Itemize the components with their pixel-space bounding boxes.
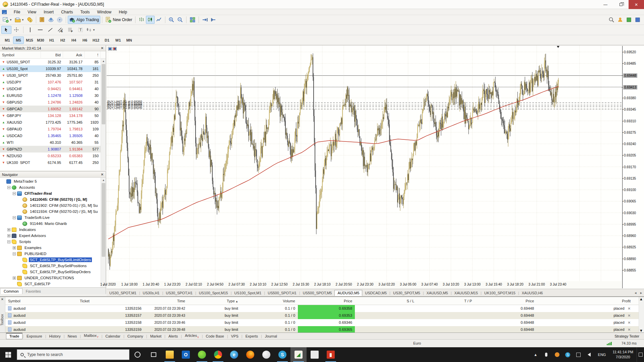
market-watch-row-usdjpy[interactable]: ▲USDJPY107.476107.50731 (0, 79, 106, 85)
chart-tab-us30-spot-m5[interactable]: US30_SPOT,M5 (390, 290, 423, 296)
toolbox-tab-codebase[interactable]: Code Base (203, 334, 227, 339)
timeframe-m5-button[interactable]: M5 (13, 37, 24, 44)
chart-price-axis[interactable]: 0.695200.694850.694480.694130.693800.693… (622, 46, 644, 288)
market-watch-row-us30_spot[interactable]: ▼US30_SPOT25749.3025751.80250 (0, 72, 106, 79)
chart-tab-uk100-spot-m15[interactable]: UK100_SPOT,M15 (482, 290, 518, 296)
toolbox-tab-mailbox[interactable]: Mailbox7 (81, 333, 101, 339)
chart-tab-us100-spot-m1[interactable]: US100_Spot,M1 (232, 290, 264, 296)
navigator-item-911446-mario-gharib[interactable]: 911446: Mario Gharib (0, 221, 106, 227)
market-watch-row-eurusd[interactable]: ▲EURUSD1.124781.1250830 (0, 92, 106, 99)
market-watch-row-usdcad[interactable]: ▲USDCAD1.354651.3550540 (0, 132, 106, 139)
toolbox-tab-market[interactable]: Market (147, 334, 165, 339)
chart-window-icon[interactable] (2, 10, 7, 14)
trade-column-ticket[interactable]: Ticket (77, 297, 144, 306)
trade-column-volume[interactable]: Volume (241, 297, 298, 306)
market-watch-close-icon[interactable]: ✕ (101, 46, 104, 50)
tick-history-button[interactable] (38, 16, 47, 24)
trade-column-type[interactable]: Type ▲ (188, 297, 241, 306)
market-watch-row-usdchf[interactable]: ▼USDCHF0.944210.9446140 (0, 85, 106, 92)
toolbox-tab-calendar[interactable]: Calendar (102, 334, 123, 339)
toolbox-tab-vps[interactable]: VPS (228, 334, 241, 339)
trade-column-price[interactable]: Price (298, 297, 355, 306)
community-button[interactable] (616, 16, 625, 24)
navigator-close-icon[interactable]: ✕ (101, 173, 104, 176)
trade-column-sl[interactable]: S / L (355, 297, 417, 306)
market-watch-row-gbpusd[interactable]: ▼GBPUSD1.247861.2482640 (0, 99, 106, 106)
coins-button[interactable]: $ (25, 16, 34, 24)
tile-windows-button[interactable] (188, 16, 197, 24)
tray-mic-icon[interactable] (542, 351, 550, 359)
menu-item-charts[interactable]: Charts (57, 9, 76, 15)
scroll-thumb[interactable] (102, 183, 105, 257)
chart-tab-usdcad-m5[interactable]: USDCAD,M5 (362, 290, 389, 296)
expand-icon[interactable] (7, 228, 10, 231)
navigator-item-sct-editsltp[interactable]: SCT_EditSLTP (0, 281, 106, 287)
navigator-scrollbar[interactable]: ▲ ▼ (101, 178, 106, 288)
depth-of-market-icon[interactable] (108, 47, 112, 51)
navigator-item-14011934-cfim-50270-02-g-m-su[interactable]: 14011934: CFIM (50270-02) / [G, M] Su (0, 208, 106, 215)
navigator-item-14110045-cfim-50270-g-m-[interactable]: 14110045: CFIM (50270) / [G, M] (0, 196, 106, 202)
search-button[interactable] (607, 16, 616, 24)
expand-icon[interactable] (13, 246, 16, 249)
chart-tab-audusd-m5[interactable]: AUDUSD,M5 (334, 290, 362, 296)
timeframe-m1-button[interactable]: M1 (2, 37, 13, 44)
chart-tab-us500-spot-h1[interactable]: US500_SPOT,H1 (265, 290, 299, 296)
cloud-button[interactable] (47, 16, 55, 24)
toolbox-tab-experts[interactable]: Experts (243, 334, 261, 339)
market-watch-row-wti[interactable]: ▲WTI40.31040.36555 (0, 139, 106, 146)
utorrent-taskbar-button[interactable] (194, 347, 210, 362)
hline-button[interactable] (35, 26, 45, 34)
navigator-item-sct-editsltp-buysellpositions[interactable]: SCT_EditSLTP_BuySellPositions (0, 263, 106, 269)
trade-order-row[interactable]: audusd133531562020.07.03 23:39:42buy lim… (5, 305, 639, 312)
toolbox-tab-journal[interactable]: Journal (262, 334, 280, 339)
fibo-button[interactable]: F (65, 26, 75, 34)
channel-button[interactable]: E (55, 26, 65, 34)
timeframe-d1-button[interactable]: D1 (102, 37, 112, 44)
toolbox-close-icon[interactable]: ✕ (1, 298, 4, 301)
cortana-button[interactable] (129, 347, 146, 362)
navigator-item-14011902-cfim-50270-01-g-m-su[interactable]: 14011902: CFIM (50270-01) / [G, M] Su (0, 202, 106, 208)
trendline-button[interactable] (45, 26, 55, 34)
restore-button[interactable] (613, 0, 629, 9)
mini-green-button[interactable] (625, 16, 633, 24)
menu-item-insert[interactable]: Insert (40, 9, 57, 15)
tray-chevron-up-icon[interactable]: ▲ (532, 351, 540, 359)
tray-app-orange-icon[interactable] (553, 351, 561, 359)
market-watch-scrollbar[interactable]: ▲ ▼ (101, 59, 106, 170)
profiles-button[interactable]: ▼ (13, 16, 25, 24)
collapse-icon[interactable] (13, 216, 16, 219)
menu-item-view[interactable]: View (24, 9, 40, 15)
close-button[interactable]: ✕ (629, 0, 644, 9)
delete-order-icon[interactable]: ✕ (628, 321, 631, 324)
timeframe-mn-button[interactable]: MN (124, 37, 135, 44)
trade-order-row[interactable]: audusd133531572020.07.03 23:39:43buy lim… (5, 312, 639, 319)
navigator-item-metatrader-5[interactable]: MetaTrader 5 (0, 178, 106, 184)
scroll-down-icon[interactable]: ▼ (639, 328, 644, 333)
toolbox-tab-articles[interactable]: Articles1 (182, 333, 202, 339)
task-view-button[interactable] (146, 347, 162, 362)
media-red-taskbar-button[interactable]: ▮ (323, 347, 339, 362)
trade-column-tp[interactable]: T / P (417, 297, 475, 306)
navigator-item-expert-advisors[interactable]: Expert Advisors (0, 233, 106, 239)
collapse-icon[interactable] (13, 252, 16, 255)
scroll-up-icon[interactable]: ▲ (101, 59, 106, 64)
chart-plot-area[interactable]: BUY LIMIT 0.1 at 0.69365BUY LIMIT 0.1 at… (107, 46, 622, 281)
menu-item-window[interactable]: Window (94, 9, 115, 15)
chart-tab-xauusd-h6[interactable]: XAUUSD,H6 (519, 290, 546, 296)
toolbox-tab-exposure[interactable]: Exposure (23, 334, 45, 339)
metatrader-taskbar-button[interactable]: ◢ (290, 347, 307, 362)
market-watch-row-xauusd[interactable]: ▲XAUUSD1773.4251775.3451920 (0, 119, 106, 126)
scroll-up-icon[interactable]: ▲ (101, 178, 106, 183)
navigator-item-sct-editsltp-buysellstoporders[interactable]: SCT_EditSLTP_BuySellStopOrders (0, 269, 106, 275)
navigator-item-tradesoft-live[interactable]: TradeSoft-Live (0, 215, 106, 221)
market-watch-row-gbpcad[interactable]: ▼GBPCAD1.690521.6914290 (0, 106, 106, 112)
zoom-in-button[interactable] (167, 16, 176, 24)
market-watch-column-bid[interactable]: Bid (41, 51, 63, 59)
navigator-item-indicators[interactable]: Indicators (0, 227, 106, 233)
market-watch-column-symbol[interactable]: Symbol (0, 51, 41, 59)
collapse-icon[interactable] (13, 192, 16, 195)
navigator-item-cfitrader-real[interactable]: CFITrader-Real (0, 190, 106, 196)
notification-center-button[interactable] (637, 347, 644, 362)
outlook-taskbar-button[interactable]: O (178, 347, 194, 362)
tray-volume-icon[interactable] (585, 351, 593, 359)
